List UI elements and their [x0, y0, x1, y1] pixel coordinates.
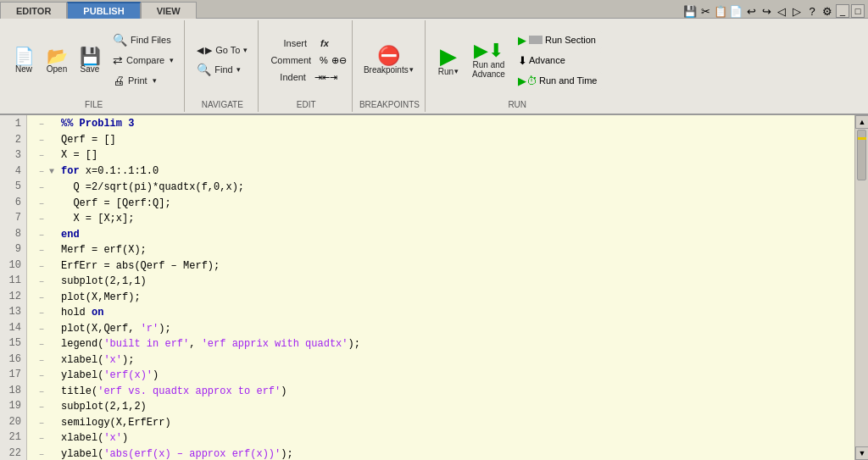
compare-icon: ⇄ — [113, 53, 123, 67]
run-advance-icon: ▶⬇ — [474, 42, 504, 60]
scroll-up-arrow[interactable]: ▲ — [855, 115, 868, 129]
line-dash: – — [34, 352, 49, 369]
code-line: –legend('built in erf', 'erf apprix with… — [34, 336, 854, 352]
tab-view[interactable]: VIEW — [141, 2, 197, 19]
open-button-wrap: 📂 Open — [42, 45, 72, 76]
line-dash: – — [34, 163, 49, 180]
goto-dropdown-icon[interactable]: ▾ — [243, 46, 248, 54]
breakpoints-label: Breakpoints — [364, 65, 409, 75]
goto-label: Go To — [215, 45, 240, 55]
run-advance-label: Run and Advance — [472, 60, 505, 79]
code-area[interactable]: –%% Problim 3–Qerf = []–X = []–▼for x=0.… — [27, 115, 854, 460]
line-dash: – — [34, 258, 49, 274]
indent-row: Indent ⇥⇤⇥ — [275, 69, 337, 85]
line-dash: – — [34, 399, 49, 415]
window-back-icon[interactable]: ◁ — [775, 4, 788, 18]
open-icon: 📂 — [47, 47, 68, 64]
window-help-icon[interactable]: ? — [805, 4, 819, 18]
print-label: Print — [128, 75, 147, 86]
window-save-icon[interactable]: 💾 — [683, 4, 697, 18]
toolbar-group-navigate: ◀ ▶ Go To ▾ 🔍 Find ▾ NAVIGATE — [186, 20, 259, 112]
advance-button[interactable]: ⬇ Advance — [513, 52, 602, 69]
run-and-time-button[interactable]: ▶⏱ Run and Time — [513, 72, 602, 90]
run-section-icon: ▶ — [518, 34, 526, 47]
toolbar: 📄 New 📂 Open 💾 Save — [0, 19, 868, 115]
run-group-label: RUN — [432, 98, 602, 110]
toolbar-group-file: 📄 New 📂 Open 💾 Save — [3, 20, 185, 112]
find-button[interactable]: 🔍 Find ▾ — [192, 60, 253, 79]
line-dash: – — [34, 305, 49, 321]
window-restore-icon[interactable]: □ — [851, 4, 865, 18]
insert-button[interactable]: Insert — [278, 36, 312, 51]
indent-label: Indent — [280, 72, 306, 82]
line-dash: – — [34, 430, 49, 446]
code-text: subplot(2,1,1) — [61, 274, 147, 290]
code-line: –Qerf = [] — [34, 132, 854, 148]
compare-dropdown-icon[interactable]: ▾ — [170, 56, 174, 64]
scroll-down-arrow[interactable]: ▼ — [855, 446, 868, 460]
window-cut-icon[interactable]: ✂ — [698, 4, 712, 18]
comment-percent-icon: % — [320, 55, 328, 65]
code-line: –subplot(2,1,2) — [34, 399, 854, 415]
file-group-label: FILE — [8, 98, 179, 110]
window-redo-icon[interactable]: ↪ — [760, 4, 773, 18]
scroll-track[interactable] — [855, 129, 868, 446]
code-line: – Qerf = [Qerf:Q]; — [34, 196, 854, 212]
code-line: –%% Problim 3 — [34, 116, 854, 132]
code-line: –xlabel('x'); — [34, 352, 854, 369]
open-button[interactable]: 📂 Open — [42, 45, 72, 76]
breakpoints-dropdown-icon[interactable]: ▾ — [409, 65, 414, 74]
code-text: %% Problim 3 — [61, 116, 134, 132]
new-label: New — [15, 64, 32, 74]
toolbar-group-breakpoints: ⛔ Breakpoints ▾ BREAKPOINTS — [354, 20, 426, 112]
run-dropdown-icon[interactable]: ▾ — [454, 67, 459, 75]
run-section-button[interactable]: ▶ Run Section — [513, 31, 602, 49]
code-line: –xlabel('x') — [34, 430, 854, 446]
indent-button[interactable]: Indent — [275, 69, 311, 85]
run-and-advance-button[interactable]: ▶⬇ Run and Advance — [468, 39, 509, 81]
goto-button[interactable]: ◀ ▶ Go To ▾ — [192, 42, 253, 58]
line-dash: – — [34, 290, 49, 306]
run-button[interactable]: ▶ Run ▾ — [432, 42, 465, 79]
print-dropdown-icon[interactable]: ▾ — [153, 76, 157, 85]
code-text: ylabel('abs(erf(x) – approx erf(x))'); — [61, 446, 293, 461]
run-buttons: ▶ Run ▾ ▶⬇ Run and Advance ▶ — [432, 22, 602, 98]
run-wrap: ▶ Run ▾ — [432, 42, 465, 79]
breakpoints-button[interactable]: ⛔ Breakpoints ▾ — [359, 44, 418, 77]
tab-publish[interactable]: PUBLISH — [67, 2, 140, 19]
code-line: –subplot(2,1,1) — [34, 274, 854, 290]
code-line: – X = [X;x]; — [34, 211, 854, 227]
compare-button[interactable]: ⇄ Compare ▾ — [108, 51, 179, 69]
line-dash: – — [34, 147, 49, 163]
tab-editor[interactable]: EDITOR — [0, 2, 67, 19]
code-line: –title('erf vs. quadtx approx to erf') — [34, 384, 854, 400]
line-dash: – — [34, 116, 49, 132]
code-line: – Q =2/sqrt(pi)*quadtx(f,0,x); — [34, 180, 854, 196]
new-button[interactable]: 📄 New — [8, 45, 39, 76]
window-undo-icon[interactable]: ↩ — [744, 4, 758, 18]
save-button[interactable]: 💾 Save — [75, 45, 105, 76]
print-button[interactable]: 🖨 Print ▾ — [108, 71, 179, 90]
window-paste-icon[interactable]: 📄 — [729, 4, 743, 18]
fx-button[interactable]: fx — [315, 36, 334, 51]
window-minimize-icon[interactable]: _ — [836, 4, 849, 18]
window-fwd-icon[interactable]: ▷ — [790, 4, 804, 18]
window-settings-icon[interactable]: ⚙ — [821, 4, 834, 18]
window-copy-icon[interactable]: 📋 — [714, 4, 727, 18]
code-line: –Merf = erf(X); — [34, 242, 854, 258]
editor-area: 12345678910111213141516171819202122 –%% … — [0, 115, 868, 460]
code-text: hold on — [61, 305, 103, 321]
comment-button[interactable]: Comment — [265, 53, 316, 68]
code-line: –ylabel('abs(erf(x) – approx erf(x))'); — [34, 446, 854, 461]
code-text: legend('built in erf', 'erf apprix with … — [61, 336, 360, 352]
compare-label: Compare — [126, 55, 164, 65]
code-text: plot(X,Qerf, 'r'); — [61, 321, 171, 337]
code-text: Qerf = [] — [61, 132, 116, 148]
breakpoints-label-row: Breakpoints ▾ — [364, 65, 414, 75]
code-line: –ErfErr = abs(Qerf – Merf); — [34, 258, 854, 274]
find-dropdown-icon[interactable]: ▾ — [236, 65, 241, 74]
find-files-button[interactable]: 🔍 Find Files — [108, 30, 179, 49]
scrollbar[interactable]: ▲ ▼ — [854, 115, 868, 460]
line-dash: – — [34, 336, 49, 352]
code-text: ErfErr = abs(Qerf – Merf); — [61, 258, 220, 274]
